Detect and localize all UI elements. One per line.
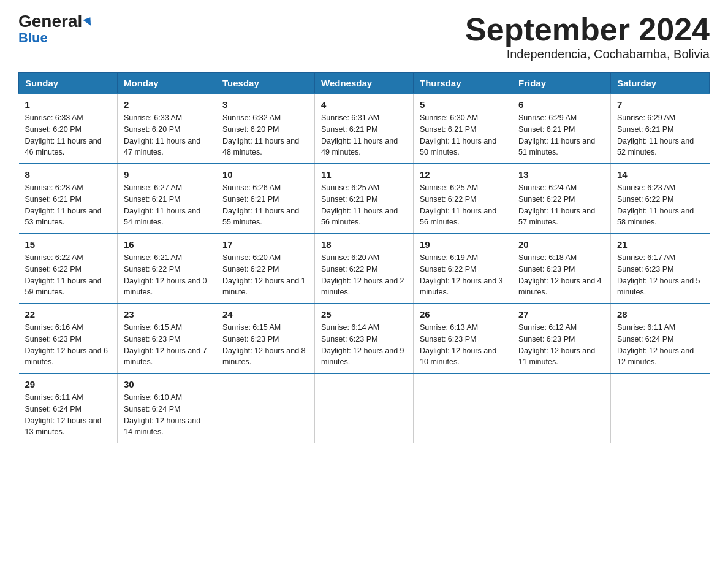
cell-week2-day7: 14 Sunrise: 6:23 AM Sunset: 6:22 PM Dayl…: [611, 164, 710, 234]
day-info: Sunrise: 6:13 AM Sunset: 6:23 PM Dayligh…: [420, 322, 506, 368]
header-friday: Friday: [512, 73, 611, 94]
cell-week1-day5: 5 Sunrise: 6:30 AM Sunset: 6:21 PM Dayli…: [414, 94, 512, 164]
day-info: Sunrise: 6:15 AM Sunset: 6:23 PM Dayligh…: [222, 322, 308, 368]
week-row-5: 29 Sunrise: 6:11 AM Sunset: 6:24 PM Dayl…: [19, 373, 710, 443]
logo-blue: Blue: [18, 30, 48, 46]
header-thursday: Thursday: [414, 73, 512, 94]
day-info: Sunrise: 6:30 AM Sunset: 6:21 PM Dayligh…: [420, 112, 506, 158]
logo: General Blue: [18, 12, 92, 46]
day-number: 3: [222, 99, 308, 110]
day-info: Sunrise: 6:10 AM Sunset: 6:24 PM Dayligh…: [124, 392, 210, 438]
week-row-1: 1 Sunrise: 6:33 AM Sunset: 6:20 PM Dayli…: [19, 94, 710, 164]
cell-week4-day6: 27 Sunrise: 6:12 AM Sunset: 6:23 PM Dayl…: [512, 304, 611, 373]
day-info: Sunrise: 6:29 AM Sunset: 6:21 PM Dayligh…: [617, 112, 703, 158]
cell-week1-day6: 6 Sunrise: 6:29 AM Sunset: 6:21 PM Dayli…: [512, 94, 611, 164]
cell-week3-day6: 20 Sunrise: 6:18 AM Sunset: 6:23 PM Dayl…: [512, 234, 611, 304]
day-number: 19: [420, 239, 506, 250]
day-info: Sunrise: 6:33 AM Sunset: 6:20 PM Dayligh…: [25, 112, 112, 158]
day-info: Sunrise: 6:25 AM Sunset: 6:22 PM Dayligh…: [420, 182, 506, 228]
header-tuesday: Tuesday: [216, 73, 315, 94]
logo-general: General: [18, 12, 82, 31]
day-number: 7: [617, 99, 703, 110]
cell-week2-day3: 10 Sunrise: 6:26 AM Sunset: 6:21 PM Dayl…: [216, 164, 315, 234]
day-info: Sunrise: 6:16 AM Sunset: 6:23 PM Dayligh…: [25, 322, 112, 368]
cell-week4-day4: 25 Sunrise: 6:14 AM Sunset: 6:23 PM Dayl…: [315, 304, 414, 373]
cell-week3-day4: 18 Sunrise: 6:20 AM Sunset: 6:22 PM Dayl…: [315, 234, 414, 304]
day-info: Sunrise: 6:24 AM Sunset: 6:22 PM Dayligh…: [518, 182, 604, 228]
calendar-body: 1 Sunrise: 6:33 AM Sunset: 6:20 PM Dayli…: [19, 94, 710, 443]
cell-week3-day2: 16 Sunrise: 6:21 AM Sunset: 6:22 PM Dayl…: [118, 234, 216, 304]
header-wednesday: Wednesday: [315, 73, 414, 94]
day-number: 21: [617, 239, 703, 250]
day-number: 24: [222, 309, 308, 320]
day-number: 14: [617, 169, 703, 180]
week-row-3: 15 Sunrise: 6:22 AM Sunset: 6:22 PM Dayl…: [19, 234, 710, 304]
cell-week5-day5: [414, 373, 512, 443]
cell-week4-day5: 26 Sunrise: 6:13 AM Sunset: 6:23 PM Dayl…: [414, 304, 512, 373]
week-row-4: 22 Sunrise: 6:16 AM Sunset: 6:23 PM Dayl…: [19, 304, 710, 373]
day-number: 28: [617, 309, 703, 320]
header-row: Sunday Monday Tuesday Wednesday Thursday…: [19, 73, 710, 94]
day-info: Sunrise: 6:29 AM Sunset: 6:21 PM Dayligh…: [518, 112, 604, 158]
calendar-header: Sunday Monday Tuesday Wednesday Thursday…: [19, 73, 710, 94]
day-info: Sunrise: 6:11 AM Sunset: 6:24 PM Dayligh…: [25, 392, 112, 438]
day-number: 12: [420, 169, 506, 180]
day-number: 6: [518, 99, 604, 110]
day-info: Sunrise: 6:22 AM Sunset: 6:22 PM Dayligh…: [25, 252, 112, 298]
day-info: Sunrise: 6:20 AM Sunset: 6:22 PM Dayligh…: [222, 252, 308, 298]
day-number: 5: [420, 99, 506, 110]
header-monday: Monday: [118, 73, 216, 94]
day-info: Sunrise: 6:12 AM Sunset: 6:23 PM Dayligh…: [518, 322, 604, 368]
calendar-subtitle: Independencia, Cochabamba, Bolivia: [465, 47, 710, 61]
page-header: General Blue September 2024 Independenci…: [18, 12, 710, 61]
calendar-table: Sunday Monday Tuesday Wednesday Thursday…: [18, 72, 710, 443]
day-number: 15: [25, 239, 112, 250]
day-number: 8: [25, 169, 112, 180]
day-number: 13: [518, 169, 604, 180]
cell-week5-day3: [216, 373, 315, 443]
cell-week4-day7: 28 Sunrise: 6:11 AM Sunset: 6:24 PM Dayl…: [611, 304, 710, 373]
day-number: 27: [518, 309, 604, 320]
cell-week2-day4: 11 Sunrise: 6:25 AM Sunset: 6:21 PM Dayl…: [315, 164, 414, 234]
cell-week4-day1: 22 Sunrise: 6:16 AM Sunset: 6:23 PM Dayl…: [19, 304, 118, 373]
cell-week1-day1: 1 Sunrise: 6:33 AM Sunset: 6:20 PM Dayli…: [19, 94, 118, 164]
day-number: 17: [222, 239, 308, 250]
day-number: 22: [25, 309, 112, 320]
day-info: Sunrise: 6:31 AM Sunset: 6:21 PM Dayligh…: [321, 112, 407, 158]
week-row-2: 8 Sunrise: 6:28 AM Sunset: 6:21 PM Dayli…: [19, 164, 710, 234]
title-block: September 2024 Independencia, Cochabamba…: [465, 12, 710, 61]
cell-week4-day2: 23 Sunrise: 6:15 AM Sunset: 6:23 PM Dayl…: [118, 304, 216, 373]
cell-week3-day7: 21 Sunrise: 6:17 AM Sunset: 6:23 PM Dayl…: [611, 234, 710, 304]
cell-week5-day1: 29 Sunrise: 6:11 AM Sunset: 6:24 PM Dayl…: [19, 373, 118, 443]
day-info: Sunrise: 6:28 AM Sunset: 6:21 PM Dayligh…: [25, 182, 112, 228]
cell-week3-day5: 19 Sunrise: 6:19 AM Sunset: 6:22 PM Dayl…: [414, 234, 512, 304]
header-saturday: Saturday: [611, 73, 710, 94]
day-number: 20: [518, 239, 604, 250]
cell-week1-day7: 7 Sunrise: 6:29 AM Sunset: 6:21 PM Dayli…: [611, 94, 710, 164]
day-info: Sunrise: 6:20 AM Sunset: 6:22 PM Dayligh…: [321, 252, 407, 298]
cell-week2-day5: 12 Sunrise: 6:25 AM Sunset: 6:22 PM Dayl…: [414, 164, 512, 234]
cell-week2-day6: 13 Sunrise: 6:24 AM Sunset: 6:22 PM Dayl…: [512, 164, 611, 234]
day-number: 11: [321, 169, 407, 180]
day-info: Sunrise: 6:26 AM Sunset: 6:21 PM Dayligh…: [222, 182, 308, 228]
day-number: 29: [25, 379, 112, 389]
cell-week1-day2: 2 Sunrise: 6:33 AM Sunset: 6:20 PM Dayli…: [118, 94, 216, 164]
cell-week3-day1: 15 Sunrise: 6:22 AM Sunset: 6:22 PM Dayl…: [19, 234, 118, 304]
day-info: Sunrise: 6:14 AM Sunset: 6:23 PM Dayligh…: [321, 322, 407, 368]
cell-week5-day2: 30 Sunrise: 6:10 AM Sunset: 6:24 PM Dayl…: [118, 373, 216, 443]
day-number: 25: [321, 309, 407, 320]
day-number: 18: [321, 239, 407, 250]
cell-week5-day7: [611, 373, 710, 443]
day-number: 9: [124, 169, 210, 180]
day-info: Sunrise: 6:32 AM Sunset: 6:20 PM Dayligh…: [222, 112, 308, 158]
cell-week5-day6: [512, 373, 611, 443]
day-info: Sunrise: 6:17 AM Sunset: 6:23 PM Dayligh…: [617, 252, 703, 298]
day-number: 4: [321, 99, 407, 110]
day-info: Sunrise: 6:21 AM Sunset: 6:22 PM Dayligh…: [124, 252, 210, 298]
day-number: 2: [124, 99, 210, 110]
cell-week4-day3: 24 Sunrise: 6:15 AM Sunset: 6:23 PM Dayl…: [216, 304, 315, 373]
day-info: Sunrise: 6:19 AM Sunset: 6:22 PM Dayligh…: [420, 252, 506, 298]
day-info: Sunrise: 6:18 AM Sunset: 6:23 PM Dayligh…: [518, 252, 604, 298]
day-number: 10: [222, 169, 308, 180]
logo-arrow-icon: [83, 17, 93, 28]
